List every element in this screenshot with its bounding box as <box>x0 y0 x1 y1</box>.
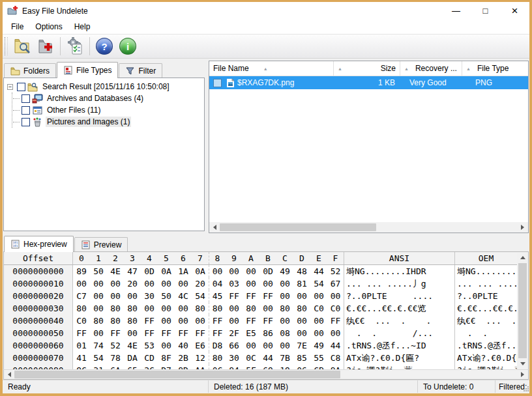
tree-item-checkbox[interactable] <box>22 106 30 115</box>
hex-oem-cell: ATx谕?.€0.D{匾? <box>455 352 517 364</box>
offset-column-header: Offset <box>4 252 73 264</box>
preview-panel: 101101 Hex-preview Preview Offset0123456… <box>3 233 529 380</box>
hex-column-header: 0 <box>73 252 90 264</box>
hex-vertical-scrollbar <box>517 252 528 369</box>
hex-column-header: A <box>243 252 259 264</box>
hex-byte-cell: FF <box>158 327 175 339</box>
hex-byte-cell: 4E <box>107 265 124 277</box>
hex-data-row: 00000000600174524E530040E6D8660000007E49… <box>4 339 517 352</box>
column-header-recovery[interactable]: ▲ Recovery ... <box>400 61 462 76</box>
minimize-button[interactable]: — <box>441 2 471 20</box>
hex-byte-cell: 50 <box>90 265 107 277</box>
recover-button[interactable] <box>34 36 57 57</box>
menu-options[interactable]: Options <box>29 20 68 34</box>
resize-grip[interactable] <box>524 386 529 391</box>
hex-ansi-cell: ?..0PLTE .... <box>344 290 455 302</box>
scrollbar-thumb[interactable] <box>518 263 527 358</box>
tree-root-row[interactable]: − Search Result [2015/11/16 10:50:08] <box>5 81 203 92</box>
tree-item-checkbox[interactable] <box>22 94 30 103</box>
tab-folders[interactable]: Folders <box>4 63 56 78</box>
hex-byte-cell: 00 <box>243 277 259 290</box>
hex-byte-cell: C0 <box>327 302 344 315</box>
column-label: File Name <box>213 64 249 73</box>
tab-preview[interactable]: Preview <box>74 237 128 251</box>
scroll-right-arrow[interactable] <box>518 369 528 380</box>
column-header-file-name[interactable]: File Name ▲ <box>209 61 334 76</box>
hex-byte-cell: 41 <box>73 352 90 364</box>
hex-byte-cell: 80 <box>192 302 209 315</box>
hex-byte-cell: 00 <box>276 339 293 352</box>
hex-table: Offset0123456789ABCDEFANSIOEM00000000008… <box>4 252 517 369</box>
collapse-expander-icon[interactable]: − <box>7 84 13 90</box>
hex-byte-cell: 50 <box>158 290 175 302</box>
menu-file[interactable]: File <box>5 20 29 34</box>
hex-column-header: E <box>310 252 327 264</box>
hex-byte-cell: 0C <box>209 364 226 369</box>
column-header-size[interactable]: ▲ Size <box>334 61 400 76</box>
hex-oem-cell: ... ... .....丿g <box>455 277 517 290</box>
hex-byte-cell: 00 <box>293 290 310 302</box>
close-button[interactable]: × <box>500 2 529 20</box>
hex-byte-cell: 08 <box>276 327 293 339</box>
hex-column-header: 3 <box>124 252 141 264</box>
hex-byte-cell: 00 <box>327 327 344 339</box>
scroll-up-arrow[interactable] <box>518 252 528 262</box>
title-bar: Easy File Undelete — □ × <box>3 2 529 20</box>
archives-databases-icon <box>32 94 43 104</box>
hex-byte-cell: 00 <box>259 302 276 315</box>
tree-item-checkbox[interactable] <box>22 118 30 126</box>
maximize-button[interactable]: □ <box>471 2 500 20</box>
scan-button[interactable] <box>10 36 34 57</box>
scroll-right-arrow[interactable] <box>518 222 528 233</box>
settings-button[interactable] <box>63 36 87 57</box>
help-button[interactable]: ? <box>93 36 116 57</box>
hex-byte-cell: 85 <box>293 352 310 364</box>
hex-byte-cell: FF <box>226 290 243 302</box>
column-header-file-type[interactable]: ▲ File Type <box>462 61 528 76</box>
hex-byte-cell: CD <box>141 352 158 364</box>
hex-ansi-cell: €.€€...€€.€.€€览 <box>344 302 455 315</box>
tab-filter[interactable]: Filter <box>119 63 162 78</box>
scroll-left-arrow[interactable] <box>4 369 14 380</box>
about-button[interactable]: i <box>116 36 140 57</box>
tree-root-checkbox[interactable] <box>17 83 25 91</box>
hex-byte-cell: 55 <box>310 352 327 364</box>
hex-column-header: B <box>259 252 276 264</box>
tree-item-archives[interactable]: Archives and Databases (4) <box>5 92 203 104</box>
scrollbar-thumb[interactable] <box>14 371 340 378</box>
hex-ansi-cell: ATx谕?.€0.D{匾? <box>344 352 455 364</box>
tree-item-pictures[interactable]: Pictures and Images (1) <box>5 116 203 128</box>
scroll-left-arrow[interactable] <box>209 222 220 233</box>
tab-hex-preview[interactable]: 101101 Hex-preview <box>4 236 74 252</box>
hex-ansi-cell: .tRNS.@丞f...~ID <box>344 339 455 352</box>
file-row-checkbox[interactable] <box>213 79 222 87</box>
sort-asc-icon: ▲ <box>263 66 268 71</box>
toolbar-grip[interactable] <box>5 37 8 55</box>
scrollbar-thumb[interactable] <box>220 223 376 231</box>
tree-item-other-files[interactable]: Other Files (11) <box>5 104 203 116</box>
menu-help[interactable]: Help <box>68 20 96 34</box>
tab-label: File Types <box>76 66 111 75</box>
hex-byte-cell: 00 <box>107 290 124 302</box>
hex-ansi-cell: . . /... <box>344 327 455 339</box>
tab-label: Filter <box>138 66 156 76</box>
hex-ansi-cell: 纨€€ ... . . <box>344 315 455 327</box>
hex-byte-cell: 89 <box>73 265 90 277</box>
hex-oem-cell: €.€€...€€.€.€€览 <box>455 302 517 315</box>
hex-offset-cell: 0000000070 <box>4 352 73 364</box>
hex-byte-cell: D8 <box>209 339 226 352</box>
hex-byte-cell: 00 <box>226 302 243 315</box>
hex-byte-cell: 00 <box>209 265 226 277</box>
file-list-empty-area <box>209 89 528 222</box>
hex-offset-cell: 0000000060 <box>4 339 73 352</box>
hex-byte-cell: 4C <box>175 290 192 302</box>
hex-byte-cell: 00 <box>310 290 327 302</box>
tab-file-types[interactable]: File Types <box>57 62 118 78</box>
hex-byte-cell: C0 <box>73 315 90 327</box>
hex-byte-cell: 2B <box>175 352 192 364</box>
file-row-selected[interactable]: $RXAG7DK.png 1 KB Very Good PNG <box>209 76 528 89</box>
hex-byte-cell: 8F <box>158 352 175 364</box>
app-icon <box>7 6 18 16</box>
scroll-down-arrow[interactable] <box>518 359 528 369</box>
hex-byte-cell: 00 <box>141 302 158 315</box>
